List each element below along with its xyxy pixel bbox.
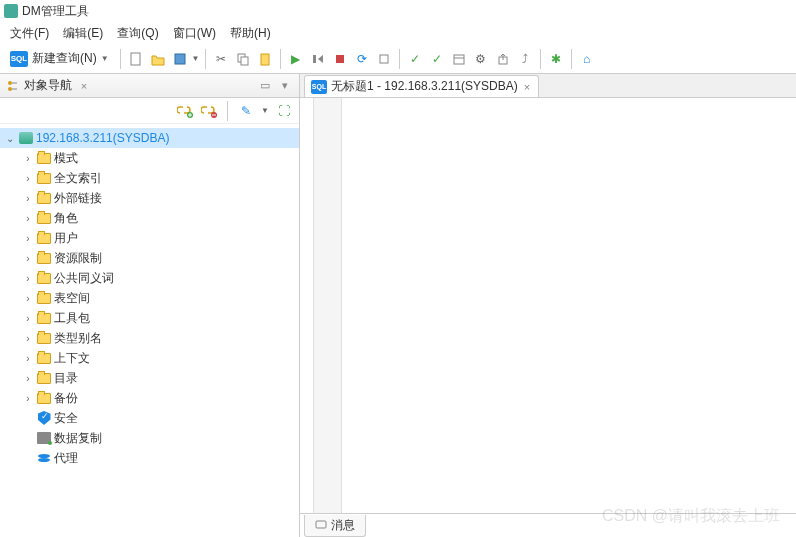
tree-item[interactable]: ›外部链接	[0, 188, 299, 208]
edit-icon[interactable]: ✎	[237, 102, 255, 120]
folder-icon	[36, 191, 52, 205]
expand-arrow-icon[interactable]: ›	[22, 393, 34, 404]
tree-item[interactable]: ›模式	[0, 148, 299, 168]
paste-icon[interactable]	[255, 49, 275, 69]
expand-arrow-icon[interactable]: ›	[22, 353, 34, 364]
expand-arrow-icon[interactable]: ›	[22, 313, 34, 324]
folder-icon	[36, 171, 52, 185]
tree-item[interactable]: ›资源限制	[0, 248, 299, 268]
menu-window[interactable]: 窗口(W)	[167, 23, 222, 44]
expand-arrow-icon[interactable]: ›	[22, 193, 34, 204]
stop-square-icon[interactable]	[374, 49, 394, 69]
server-icon	[36, 431, 52, 445]
dropdown-arrow-icon: ▼	[192, 54, 200, 63]
editor-textarea[interactable]	[342, 98, 796, 513]
folder-icon	[36, 231, 52, 245]
folder-icon	[36, 151, 52, 165]
tree-item[interactable]: ›备份	[0, 388, 299, 408]
editor-gutter	[314, 98, 342, 513]
tree-item[interactable]: 代理	[0, 448, 299, 468]
folder-icon	[36, 271, 52, 285]
dropdown-arrow-icon: ▼	[101, 54, 109, 63]
editor-panel: SQL 无标题1 - 192.168.3.211(SYSDBA) × 消息	[300, 74, 796, 537]
menubar: 文件(F) 编辑(E) 查询(Q) 窗口(W) 帮助(H)	[0, 22, 796, 44]
tree-item-label: 外部链接	[54, 190, 102, 207]
menu-edit[interactable]: 编辑(E)	[57, 23, 109, 44]
close-icon[interactable]: ×	[522, 81, 532, 93]
svg-rect-3	[241, 57, 248, 65]
tree-item[interactable]: ›类型别名	[0, 328, 299, 348]
expand-arrow-icon[interactable]: ›	[22, 213, 34, 224]
stop-icon[interactable]	[330, 49, 350, 69]
tree-item[interactable]: ›全文索引	[0, 168, 299, 188]
expand-arrow-icon[interactable]: ›	[22, 333, 34, 344]
folder-icon	[36, 331, 52, 345]
tree-item[interactable]: ›工具包	[0, 308, 299, 328]
save-icon[interactable]	[170, 49, 190, 69]
home-icon[interactable]: ⌂	[577, 49, 597, 69]
tree-item[interactable]: ›表空间	[0, 288, 299, 308]
expand-icon[interactable]: ⛶	[275, 102, 293, 120]
expand-arrow-icon[interactable]: ›	[22, 253, 34, 264]
calendar-icon[interactable]	[449, 49, 469, 69]
expand-arrow-icon[interactable]: ›	[22, 373, 34, 384]
step-icon[interactable]	[308, 49, 328, 69]
expand-arrow-icon[interactable]: ›	[22, 233, 34, 244]
tree-item-label: 用户	[54, 230, 78, 247]
play-icon[interactable]: ▶	[286, 49, 306, 69]
editor-tab[interactable]: SQL 无标题1 - 192.168.3.211(SYSDBA) ×	[304, 75, 539, 97]
tree-item[interactable]: 数据复制	[0, 428, 299, 448]
refresh-icon[interactable]: ⟳	[352, 49, 372, 69]
folder-icon	[36, 211, 52, 225]
new-query-button[interactable]: SQL 新建查询(N) ▼	[4, 48, 115, 69]
object-tree[interactable]: ⌄ 192.168.3.211(SYSDBA) ›模式›全文索引›外部链接›角色…	[0, 124, 299, 537]
check-icon[interactable]: ✓	[405, 49, 425, 69]
cut-icon[interactable]: ✂	[211, 49, 231, 69]
link-remove-icon[interactable]	[200, 102, 218, 120]
tree-item-label: 模式	[54, 150, 78, 167]
tree-item[interactable]: ›公共同义词	[0, 268, 299, 288]
tree-item-label: 公共同义词	[54, 270, 114, 287]
menu-file[interactable]: 文件(F)	[4, 23, 55, 44]
close-icon[interactable]: ×	[76, 78, 92, 94]
tree-root[interactable]: ⌄ 192.168.3.211(SYSDBA)	[0, 128, 299, 148]
tree-root-label: 192.168.3.211(SYSDBA)	[36, 131, 169, 145]
link-add-icon[interactable]	[176, 102, 194, 120]
app-icon	[4, 4, 18, 18]
tab-label: 无标题1 - 192.168.3.211(SYSDBA)	[331, 78, 518, 95]
check-all-icon[interactable]: ✓	[427, 49, 447, 69]
editor-body[interactable]	[300, 98, 796, 513]
expand-arrow-icon[interactable]: ›	[22, 293, 34, 304]
tree-item[interactable]: ›角色	[0, 208, 299, 228]
shield-icon	[36, 411, 52, 425]
export-icon[interactable]	[493, 49, 513, 69]
menu-query[interactable]: 查询(Q)	[111, 23, 164, 44]
svg-rect-16	[316, 521, 326, 528]
open-icon[interactable]	[148, 49, 168, 69]
folder-icon	[36, 371, 52, 385]
up-icon[interactable]: ⤴	[515, 49, 535, 69]
copy-icon[interactable]	[233, 49, 253, 69]
tree-item[interactable]: ›上下文	[0, 348, 299, 368]
bug-icon[interactable]: ✱	[546, 49, 566, 69]
collapse-arrow-icon[interactable]: ⌄	[4, 133, 16, 144]
tree-item-label: 安全	[54, 410, 78, 427]
app-title: DM管理工具	[22, 3, 89, 20]
panel-header: 对象导航 × ▭ ▾	[0, 74, 299, 98]
tree-item[interactable]: ›目录	[0, 368, 299, 388]
expand-arrow-icon[interactable]: ›	[22, 273, 34, 284]
expand-arrow-icon[interactable]: ›	[22, 153, 34, 164]
folder-icon	[36, 391, 52, 405]
folder-icon	[36, 291, 52, 305]
settings-icon[interactable]: ⚙	[471, 49, 491, 69]
minimize-icon[interactable]: ▭	[257, 78, 273, 94]
tree-item[interactable]: ›用户	[0, 228, 299, 248]
messages-tab[interactable]: 消息	[304, 515, 366, 537]
sql-icon: SQL	[10, 51, 28, 67]
menu-help[interactable]: 帮助(H)	[224, 23, 277, 44]
expand-arrow-icon[interactable]: ›	[22, 173, 34, 184]
menu-icon[interactable]: ▾	[277, 78, 293, 94]
tree-item[interactable]: 安全	[0, 408, 299, 428]
editor-marker-strip	[300, 98, 314, 513]
file-icon[interactable]	[126, 49, 146, 69]
